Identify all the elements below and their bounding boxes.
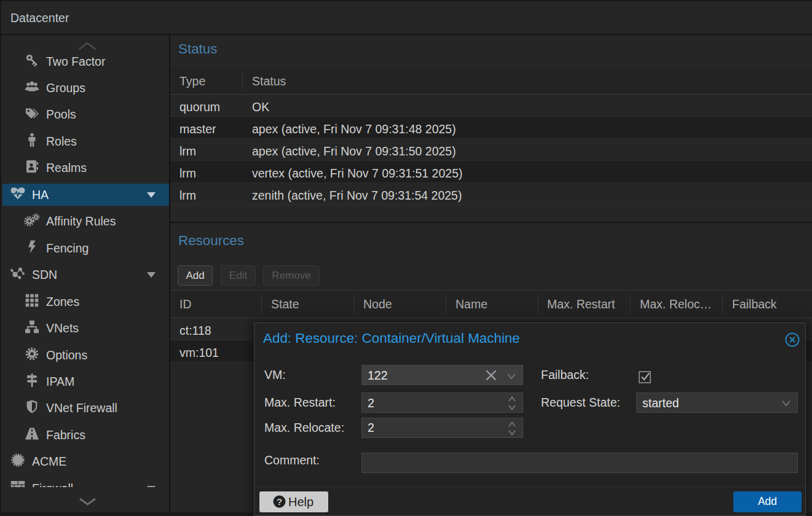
- svg-text:?: ?: [277, 496, 282, 507]
